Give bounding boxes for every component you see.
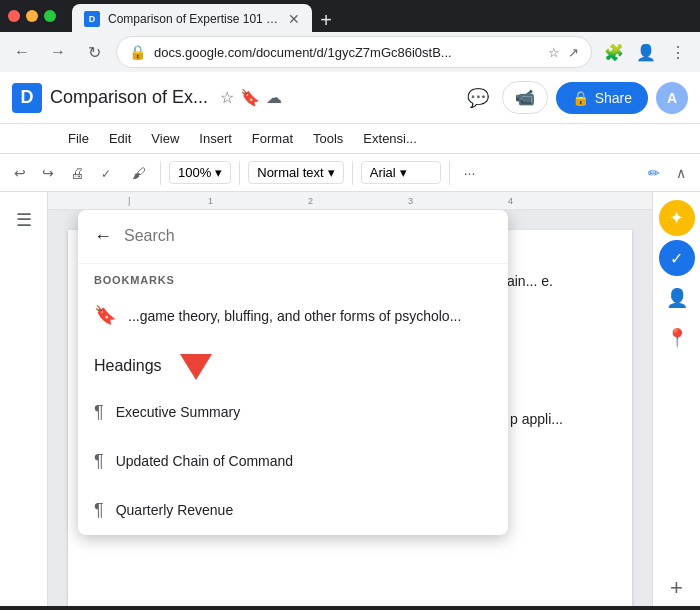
menu-edit[interactable]: Edit [101,127,139,150]
heading-item-2[interactable]: ¶ Updated Chain of Command [78,437,508,486]
menu-extensions[interactable]: Extensi... [355,127,424,150]
tab-title: Comparison of Expertise 101 &... [108,12,280,26]
menu-bar: File Edit View Insert Format Tools Exten… [0,124,700,154]
outline-icon[interactable]: ☰ [6,202,42,238]
comment-button[interactable]: 💬 [462,82,494,114]
bookmarks-section-label: BOOKMARKS [78,264,508,294]
more-options-button[interactable]: ··· [458,161,482,185]
menu-file[interactable]: File [60,127,97,150]
heading-pilcrow-icon-2: ¶ [94,447,104,476]
new-tab-button[interactable]: + [312,6,340,34]
dropdown-search-row: ← [78,210,508,264]
headings-label: Headings [94,353,162,379]
main-area: ☰ | 1 2 3 4 A game of skill or game of w… [0,192,700,606]
toolbar-divider-1 [160,161,161,185]
heading-pilcrow-icon-3: ¶ [94,496,104,525]
active-tab[interactable]: D Comparison of Expertise 101 &... ✕ [72,4,312,34]
user-avatar[interactable]: A [656,82,688,114]
ruler: | 1 2 3 4 [48,192,652,210]
doc-title[interactable]: Comparison of Ex... [50,87,208,108]
svg-marker-1 [180,354,212,380]
style-dropdown[interactable]: Normal text ▾ [248,161,343,184]
extensions-icon[interactable]: 🧩 [600,38,628,66]
lock-share-icon: 🔒 [572,90,589,106]
right-sidebar-check-icon[interactable]: ✓ [659,240,695,276]
right-sidebar-contacts-icon[interactable]: 👤 [659,280,695,316]
ruler-mark-1: 1 [208,196,213,206]
ruler-mark-3: 3 [408,196,413,206]
zoom-value: 100% [178,165,211,180]
address-bar: ← → ↻ 🔒 docs.google.com/document/d/1gycZ… [0,32,700,72]
style-chevron-icon: ▾ [328,165,335,180]
window-controls [8,10,56,22]
share-label: Share [595,90,632,106]
heading-item-1[interactable]: ¶ Executive Summary [78,388,508,437]
profile-icon[interactable]: 👤 [632,38,660,66]
doc-page[interactable]: A game of skill or game of wits is a gam… [48,210,652,606]
right-sidebar-add-icon[interactable]: + [659,570,695,606]
bookmark-item-text: ...game theory, bluffing, and other form… [128,305,461,327]
forward-button[interactable]: → [44,38,72,66]
bookmark-item-1[interactable]: 🔖 ...game theory, bluffing, and other fo… [78,293,508,338]
sidebar-right: ✦ ✓ 👤 📍 + [652,192,700,606]
editing-toolbar: ↩ ↪ 🖨 ✓ 🖌 100% ▾ Normal text ▾ Arial ▾ ·… [0,154,700,192]
menu-view[interactable]: View [143,127,187,150]
menu-insert[interactable]: Insert [191,127,240,150]
sidebar-left: ☰ [0,192,48,606]
lock-icon: 🔒 [129,44,146,60]
minimize-window-btn[interactable] [26,10,38,22]
edit-mode-button[interactable]: ✏ [642,161,666,185]
headings-section: Headings [78,338,508,388]
dropdown-panel: ← BOOKMARKS 🔖 ...game theory, bluffing, … [78,210,508,535]
app-toolbar: D Comparison of Ex... ☆ 🔖 ☁ 💬 📹 🔒 Share … [0,72,700,124]
share-button[interactable]: 🔒 Share [556,82,648,114]
zoom-dropdown[interactable]: 100% ▾ [169,161,231,184]
share-url-icon[interactable]: ↗ [568,45,579,60]
docs-logo-letter: D [21,87,34,108]
reload-button[interactable]: ↻ [80,38,108,66]
address-input[interactable]: 🔒 docs.google.com/document/d/1gycZ7mGc86… [116,36,592,68]
tab-favicon: D [84,11,100,27]
back-button[interactable]: ← [8,38,36,66]
style-value: Normal text [257,165,323,180]
print-button[interactable]: 🖨 [64,161,90,185]
paint-format-button[interactable]: 🖌 [126,161,152,185]
zoom-chevron-icon: ▾ [215,165,222,180]
collapse-toolbar-button[interactable]: ∧ [670,161,692,185]
close-window-btn[interactable] [8,10,20,22]
undo-button[interactable]: ↩ [8,161,32,185]
tab-close-btn[interactable]: ✕ [288,11,300,27]
bookmark-icon[interactable]: 🔖 [240,88,260,107]
cloud-icon[interactable]: ☁ [266,88,282,107]
heading-text-3: Quarterly Revenue [116,499,234,521]
ruler-mark-4: 4 [508,196,513,206]
menu-format[interactable]: Format [244,127,301,150]
menu-tools[interactable]: Tools [305,127,351,150]
svg-text:✓: ✓ [101,167,111,181]
browser-menu-icon[interactable]: ⋮ [664,38,692,66]
meet-button[interactable]: 📹 [502,81,548,114]
font-dropdown[interactable]: Arial ▾ [361,161,441,184]
font-value: Arial [370,165,396,180]
ruler-mark-0: | [128,196,130,206]
red-arrow-icon [178,348,214,384]
right-sidebar-notes-icon[interactable]: ✦ [659,200,695,236]
document-page: A game of skill or game of wits is a gam… [68,230,632,606]
bookmark-item-icon: 🔖 [94,301,116,330]
redo-button[interactable]: ↪ [36,161,60,185]
bookmark-star-icon[interactable]: ☆ [548,45,560,60]
maximize-window-btn[interactable] [44,10,56,22]
heading-item-3[interactable]: ¶ Quarterly Revenue [78,486,508,535]
right-sidebar-maps-icon[interactable]: 📍 [659,320,695,356]
url-text: docs.google.com/document/d/1gycZ7mGc86i0… [154,45,540,60]
star-icon[interactable]: ☆ [220,88,234,107]
toolbar-divider-3 [352,161,353,185]
toolbar-divider-2 [239,161,240,185]
spellcheck-button[interactable]: ✓ [94,161,122,185]
font-chevron-icon: ▾ [400,165,407,180]
meet-icon: 📹 [515,88,535,107]
dropdown-search-input[interactable] [124,227,492,245]
heading-text-1: Executive Summary [116,401,240,423]
spellcheck-icon: ✓ [100,165,116,181]
back-arrow-icon[interactable]: ← [94,222,112,251]
